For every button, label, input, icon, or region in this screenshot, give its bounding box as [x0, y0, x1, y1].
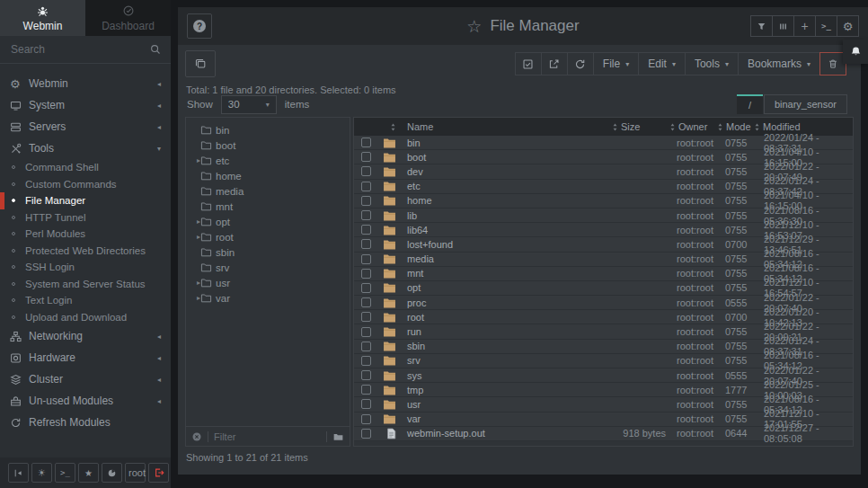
breadcrumb-dir[interactable]: binary_sensor — [764, 94, 847, 114]
row-checkbox[interactable] — [361, 269, 371, 279]
row-checkbox[interactable] — [361, 297, 371, 307]
terminal-button[interactable]: >_ — [55, 463, 75, 483]
row-checkbox[interactable] — [361, 429, 371, 439]
breadcrumb: / binary_sensor — [737, 94, 847, 114]
sidebar-category-hardware[interactable]: Hardware ◂ — [0, 347, 171, 368]
tree-folder-item-home[interactable]: home — [186, 168, 350, 183]
header-size[interactable]: Size — [612, 121, 669, 132]
header-mode[interactable]: Mode — [717, 121, 754, 132]
file-mode: 0755 — [717, 341, 754, 351]
row-checkbox[interactable] — [361, 152, 371, 162]
row-checkbox[interactable] — [361, 196, 371, 206]
favorite-star-icon[interactable]: ☆ — [466, 16, 482, 36]
table-row-webmin-setup.out[interactable]: webmin-setup.out 918 bytes root:root 064… — [354, 427, 853, 441]
add-button[interactable]: + — [793, 15, 816, 37]
shell-button[interactable]: >_ — [815, 15, 837, 37]
row-checkbox[interactable] — [361, 385, 371, 395]
theme-button[interactable]: ☀ — [31, 463, 52, 483]
select-button[interactable] — [515, 52, 542, 75]
favorites-button[interactable]: ★ — [78, 463, 99, 483]
breadcrumb-root[interactable]: / — [737, 94, 763, 114]
user-button[interactable]: root — [125, 463, 146, 483]
header-owner[interactable]: Owner — [669, 121, 717, 132]
sidebar-item-label: Upload and Download — [25, 312, 127, 323]
search-input[interactable] — [11, 43, 150, 56]
sidebar-category-cluster[interactable]: Cluster ◂ — [0, 368, 171, 390]
refresh-button[interactable] — [567, 52, 594, 75]
language-button[interactable] — [102, 463, 122, 483]
tree-folder-item-bin[interactable]: bin — [186, 122, 350, 138]
settings-button[interactable]: ⚙ — [837, 15, 859, 37]
tools-menu[interactable]: Tools▾ — [685, 52, 739, 75]
collapse-sidebar-button[interactable] — [8, 463, 29, 483]
tree-folder-item-srv[interactable]: srv — [186, 260, 350, 275]
show-count-select[interactable]: 30 ▾ — [221, 95, 277, 114]
sidebar-category-networking[interactable]: Networking ◂ — [0, 325, 171, 347]
row-checkbox[interactable] — [361, 327, 371, 337]
header-name[interactable]: Name — [404, 121, 612, 132]
notifications-button[interactable] — [843, 40, 868, 64]
tree-filter-input[interactable] — [214, 431, 321, 442]
sidebar-item-perl-modules[interactable]: Perl Modules — [0, 226, 171, 243]
tree-folder-item-boot[interactable]: boot — [186, 138, 350, 153]
filter-button[interactable] — [750, 15, 773, 37]
columns-button[interactable] — [772, 15, 794, 37]
row-checkbox[interactable] — [361, 356, 371, 366]
sidebar-item-command-shell[interactable]: Command Shell — [0, 159, 171, 176]
tab-webmin[interactable]: Webmin — [0, 0, 85, 36]
logout-button[interactable] — [148, 463, 169, 483]
sidebar-category-tools[interactable]: Tools ▾ — [0, 138, 171, 159]
sidebar-item-system-and-server-status[interactable]: System and Server Status — [0, 276, 171, 293]
sidebar-item-ssh-login[interactable]: SSH Login — [0, 259, 171, 276]
folder-icon — [383, 253, 396, 264]
sidebar-item-text-login[interactable]: Text Login — [0, 292, 171, 309]
tree-folder-item-root[interactable]: ▸ root — [186, 229, 350, 244]
row-checkbox[interactable] — [361, 414, 371, 424]
sidebar-item-custom-commands[interactable]: Custom Commands — [0, 176, 171, 193]
sort-name[interactable] — [377, 122, 404, 132]
tree-folder-button[interactable] — [332, 431, 344, 442]
row-checkbox[interactable] — [361, 225, 371, 235]
tab-dashboard[interactable]: Dashboard — [85, 0, 171, 36]
tree-folder-item-var[interactable]: ▸ var — [186, 290, 350, 306]
tree-folder-item-mnt[interactable]: mnt — [186, 199, 350, 214]
sidebar-category-webmin[interactable]: ⚙ Webmin ◂ — [0, 73, 171, 94]
row-checkbox[interactable] — [361, 370, 371, 380]
sidebar-category-system[interactable]: System ◂ — [0, 94, 171, 116]
file-owner: root:root — [669, 138, 717, 148]
tree-folder-item-media[interactable]: media — [186, 183, 350, 199]
file-menu[interactable]: File▾ — [593, 52, 639, 75]
tree-folder-item-etc[interactable]: ▸ etc — [186, 153, 350, 168]
tree-folder-item-usr[interactable]: ▸ usr — [186, 275, 350, 290]
sidebar-tabs: Webmin Dashboard — [0, 0, 171, 36]
row-checkbox[interactable] — [361, 138, 371, 147]
clear-filter-button[interactable] — [191, 431, 202, 442]
tree-folder-item-sbin[interactable]: sbin — [186, 244, 350, 260]
category-icon — [10, 374, 29, 386]
row-checkbox[interactable] — [361, 239, 371, 249]
sidebar-item-protected-web-directories[interactable]: Protected Web Directories — [0, 243, 171, 260]
bookmarks-menu[interactable]: Bookmarks▾ — [738, 52, 820, 75]
sidebar-item-upload-and-download[interactable]: Upload and Download — [0, 309, 171, 326]
sidebar-item-file-manager[interactable]: File Manager — [0, 192, 171, 209]
file-mode: 0755 — [717, 225, 754, 235]
file-owner: root:root — [669, 341, 717, 351]
sidebar-category-refresh-modules[interactable]: Refresh Modules — [0, 412, 171, 433]
tree-folder-item-opt[interactable]: ▸ opt — [186, 214, 350, 229]
edit-menu[interactable]: Edit▾ — [638, 52, 686, 75]
sidebar-item-http-tunnel[interactable]: HTTP Tunnel — [0, 209, 171, 226]
header-modified[interactable]: Modified — [754, 121, 853, 132]
row-checkbox[interactable] — [361, 254, 371, 264]
row-checkbox[interactable] — [361, 182, 371, 191]
row-checkbox[interactable] — [361, 166, 371, 176]
row-checkbox[interactable] — [361, 399, 371, 409]
file-owner: root:root — [669, 166, 717, 177]
paste-buffer-button[interactable] — [185, 50, 216, 77]
row-checkbox[interactable] — [361, 342, 371, 351]
row-checkbox[interactable] — [361, 283, 371, 293]
sidebar-category-un-used-modules[interactable]: Un-used Modules ◂ — [0, 390, 171, 412]
row-checkbox[interactable] — [361, 312, 371, 322]
sidebar-category-servers[interactable]: Servers ◂ — [0, 116, 171, 138]
export-button[interactable] — [541, 52, 568, 75]
row-checkbox[interactable] — [361, 210, 371, 220]
